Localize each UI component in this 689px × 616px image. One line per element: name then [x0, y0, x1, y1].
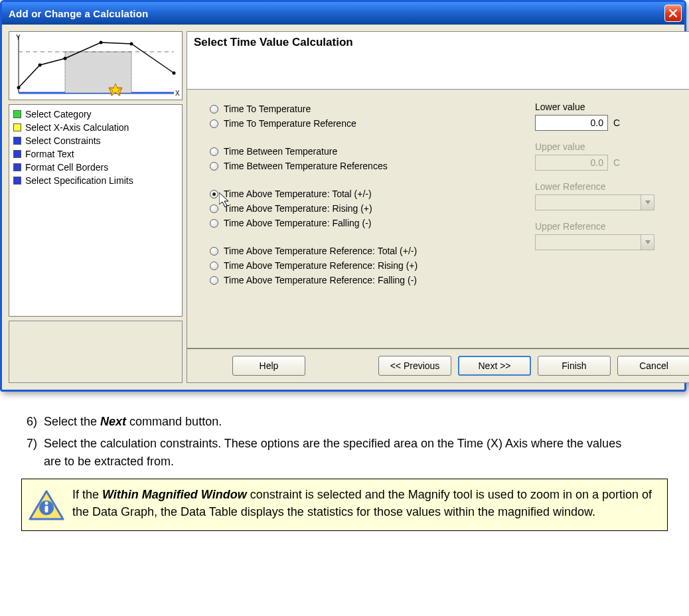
- upper-reference-dropdown-button: [641, 234, 654, 250]
- radio-label: Time Between Temperature References: [224, 161, 388, 171]
- upper-reference-combo: [535, 234, 641, 250]
- radio-icon: [210, 119, 218, 128]
- svg-text:Y: Y: [16, 34, 21, 41]
- svg-rect-4: [65, 52, 131, 93]
- doc-step-number: 6): [15, 413, 44, 431]
- wizard-step[interactable]: Select X-Axis Calculation: [13, 121, 178, 134]
- doc-step: 6)Select the Next command button.: [15, 413, 674, 431]
- chevron-down-icon: [645, 240, 651, 244]
- radio-option[interactable]: Time Above Temperature: Falling (-): [210, 216, 495, 230]
- radio-label: Time Above Temperature: Total (+/-): [224, 189, 372, 199]
- info-icon: [29, 486, 64, 524]
- step-label: Select Constraints: [25, 135, 101, 146]
- radio-label: Time Above Temperature Reference: Total …: [224, 246, 417, 256]
- previous-button[interactable]: << Previous: [378, 356, 451, 376]
- radio-icon: [210, 276, 218, 285]
- lower-value-label: Lower value: [535, 102, 681, 112]
- svg-point-8: [64, 57, 67, 60]
- wizard-step[interactable]: Select Category: [13, 108, 178, 121]
- radio-icon: [210, 147, 218, 156]
- wizard-step[interactable]: Format Cell Borders: [13, 161, 178, 174]
- radio-option[interactable]: Time Above Temperature Reference: Rising…: [210, 258, 495, 273]
- window-title: Add or Change a Calculation: [9, 8, 148, 19]
- radio-option[interactable]: Time Above Temperature Reference: Total …: [210, 244, 495, 258]
- step-swatch-icon: [13, 150, 21, 158]
- svg-point-6: [17, 86, 21, 90]
- radio-option[interactable]: Time Above Temperature Reference: Fallin…: [210, 273, 495, 287]
- empty-panel: [9, 321, 183, 383]
- svg-rect-19: [45, 506, 48, 512]
- radio-icon: [210, 190, 218, 198]
- svg-point-9: [100, 41, 103, 44]
- svg-point-7: [38, 64, 42, 67]
- radio-option[interactable]: Time To Temperature: [210, 102, 495, 116]
- radio-icon: [210, 105, 218, 114]
- doc-step-number: 7): [15, 435, 44, 471]
- titlebar: Add or Change a Calculation: [2, 2, 684, 25]
- radio-label: Time Between Temperature: [224, 146, 337, 157]
- doc-step-text: Select the Next command button.: [44, 413, 674, 431]
- close-icon: [668, 9, 678, 18]
- note-text: If the Within Magnified Window constrain…: [72, 486, 658, 520]
- radio-icon: [210, 204, 218, 213]
- step-swatch-icon: [13, 163, 21, 171]
- lower-reference-combo: [535, 194, 641, 210]
- button-bar: Help << Previous Next >> Finish Cancel: [187, 348, 689, 383]
- upper-value-unit: C: [613, 157, 620, 168]
- lower-reference-dropdown-button: [641, 194, 654, 210]
- svg-marker-13: [645, 200, 651, 204]
- step-label: Select Category: [25, 109, 92, 119]
- step-swatch-icon: [13, 137, 21, 145]
- panel-heading: Select Time Value Calculation: [194, 36, 689, 49]
- options-area: Time To TemperatureTime To Temperature R…: [187, 89, 689, 348]
- document-instructions: 6)Select the Next command button.7)Selec…: [0, 404, 689, 551]
- lower-reference-label: Lower Reference: [535, 181, 681, 192]
- radio-icon: [210, 219, 218, 228]
- close-button[interactable]: [664, 5, 682, 22]
- next-button[interactable]: Next >>: [458, 356, 531, 376]
- radio-option[interactable]: Time Above Temperature: Total (+/-): [210, 187, 495, 201]
- finish-button[interactable]: Finish: [538, 356, 611, 376]
- svg-point-18: [45, 502, 48, 505]
- radio-label: Time Above Temperature: Falling (-): [224, 218, 372, 228]
- preview-graph: Y X: [9, 31, 183, 100]
- wizard-step[interactable]: Select Specification Limits: [13, 174, 178, 187]
- wizard-steps: Select CategorySelect X-Axis Calculation…: [9, 104, 183, 317]
- radio-label: Time To Temperature Reference: [224, 118, 356, 129]
- help-button[interactable]: Help: [232, 356, 305, 376]
- lower-value-unit: C: [613, 117, 620, 128]
- cancel-button[interactable]: Cancel: [617, 356, 689, 376]
- wizard-step[interactable]: Select Constraints: [13, 134, 178, 147]
- panel-header: Select Time Value Calculation: [187, 31, 689, 89]
- upper-value-label: Upper value: [535, 141, 681, 152]
- upper-value-input: 0.0: [535, 155, 608, 171]
- step-swatch-icon: [13, 177, 21, 185]
- step-swatch-icon: [13, 110, 21, 118]
- svg-point-10: [130, 42, 133, 46]
- note-box: If the Within Magnified Window constrain…: [21, 479, 668, 531]
- step-label: Format Text: [25, 149, 74, 159]
- chevron-down-icon: [645, 200, 651, 204]
- radio-icon: [210, 247, 218, 256]
- radio-label: Time Above Temperature Reference: Fallin…: [224, 275, 417, 285]
- step-label: Select X-Axis Calculation: [25, 122, 129, 133]
- doc-step-text: Select the calculation constraints. Thes…: [44, 435, 674, 471]
- radio-icon: [210, 162, 218, 171]
- doc-step: 7)Select the calculation constraints. Th…: [15, 435, 674, 471]
- radio-option[interactable]: Time Between Temperature: [210, 144, 495, 159]
- radio-label: Time Above Temperature: Rising (+): [224, 203, 372, 214]
- step-label: Format Cell Borders: [25, 162, 108, 173]
- svg-point-11: [173, 72, 176, 75]
- step-label: Select Specification Limits: [25, 175, 133, 186]
- upper-reference-label: Upper Reference: [535, 221, 681, 232]
- radio-option[interactable]: Time Between Temperature References: [210, 159, 495, 173]
- dialog-window: Add or Change a Calculation Y X: [0, 0, 686, 392]
- wizard-step[interactable]: Format Text: [13, 147, 178, 161]
- radio-option[interactable]: Time Above Temperature: Rising (+): [210, 201, 495, 216]
- svg-marker-14: [645, 240, 651, 244]
- radio-icon: [210, 262, 218, 270]
- step-swatch-icon: [13, 123, 21, 131]
- radio-option[interactable]: Time To Temperature Reference: [210, 116, 495, 131]
- lower-value-input[interactable]: 0.0: [535, 115, 608, 131]
- svg-text:X: X: [175, 90, 180, 97]
